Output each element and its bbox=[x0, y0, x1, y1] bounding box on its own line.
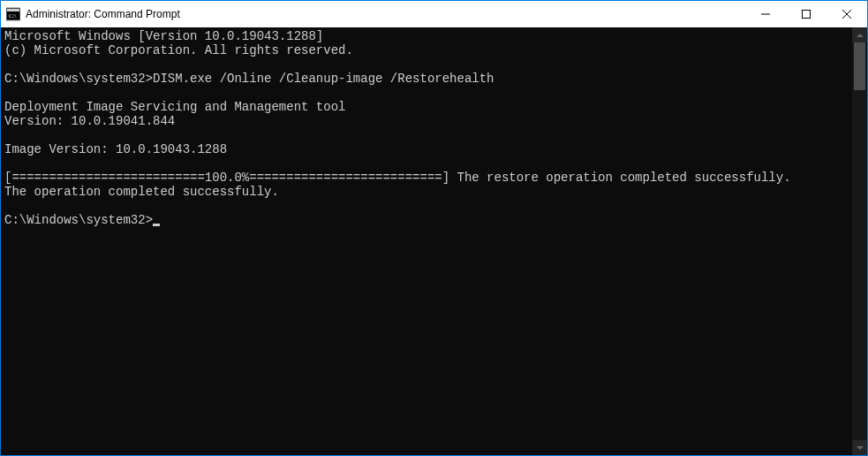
terminal-output[interactable]: Microsoft Windows [Version 10.0.19043.12… bbox=[1, 27, 852, 455]
output-line: Image Version: 10.0.19043.1288 bbox=[4, 142, 227, 156]
close-button[interactable] bbox=[826, 1, 867, 27]
output-line: Microsoft Windows [Version 10.0.19043.12… bbox=[4, 29, 323, 43]
svg-marker-8 bbox=[857, 446, 864, 450]
vertical-scrollbar[interactable] bbox=[852, 27, 867, 455]
output-line: The operation completed successfully. bbox=[4, 185, 279, 199]
svg-text:C:\: C:\ bbox=[9, 12, 17, 19]
scroll-track[interactable] bbox=[852, 42, 867, 440]
svg-rect-4 bbox=[803, 11, 811, 19]
window-title: Administrator: Command Prompt bbox=[26, 8, 745, 20]
svg-rect-1 bbox=[7, 9, 19, 11]
scroll-down-button[interactable] bbox=[852, 440, 867, 455]
command-line: C:\Windows\system32>DISM.exe /Online /Cl… bbox=[4, 72, 494, 86]
progress-line: [==========================100.0%=======… bbox=[4, 171, 791, 185]
titlebar[interactable]: C:\ Administrator: Command Prompt bbox=[1, 1, 867, 27]
client-area: Microsoft Windows [Version 10.0.19043.12… bbox=[1, 27, 867, 455]
output-line: (c) Microsoft Corporation. All rights re… bbox=[4, 43, 353, 57]
scroll-thumb[interactable] bbox=[854, 42, 865, 90]
output-line: Deployment Image Servicing and Managemen… bbox=[4, 100, 345, 114]
current-prompt: C:\Windows\system32> bbox=[4, 213, 153, 227]
window-controls bbox=[745, 1, 867, 27]
scroll-up-button[interactable] bbox=[852, 27, 867, 42]
maximize-button[interactable] bbox=[786, 1, 826, 27]
cmd-app-icon: C:\ bbox=[6, 7, 20, 21]
minimize-button[interactable] bbox=[745, 1, 786, 27]
command-prompt-window: C:\ Administrator: Command Prompt Micros… bbox=[1, 1, 867, 455]
output-line: Version: 10.0.19041.844 bbox=[4, 114, 175, 128]
cursor-icon bbox=[153, 224, 160, 226]
svg-marker-7 bbox=[857, 34, 864, 37]
